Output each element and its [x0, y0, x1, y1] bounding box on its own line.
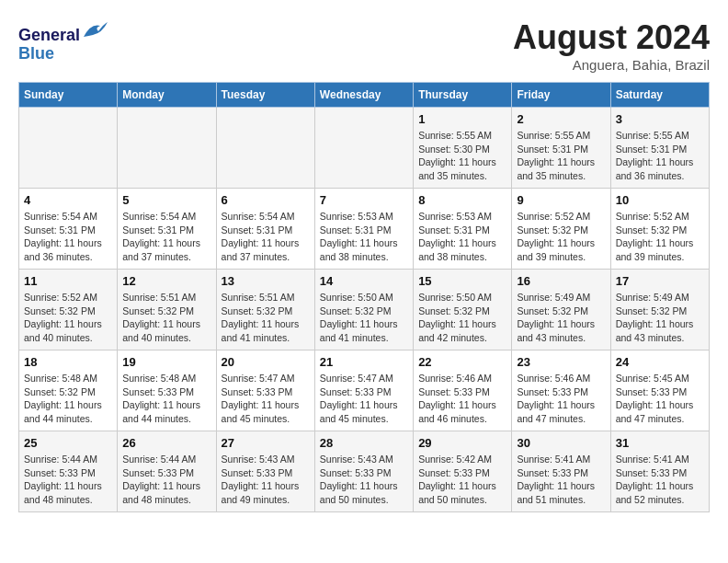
day-number: 21 [320, 355, 408, 369]
calendar-cell: 28Sunrise: 5:43 AM Sunset: 5:33 PM Dayli… [314, 431, 413, 512]
calendar-cell: 6Sunrise: 5:54 AM Sunset: 5:31 PM Daylig… [216, 189, 314, 270]
day-number: 23 [517, 355, 605, 369]
calendar-cell: 4Sunrise: 5:54 AM Sunset: 5:31 PM Daylig… [19, 189, 118, 270]
calendar-cell: 17Sunrise: 5:49 AM Sunset: 5:32 PM Dayli… [610, 270, 709, 350]
day-info: Sunrise: 5:54 AM Sunset: 5:31 PM Dayligh… [24, 210, 112, 264]
weekday-header: Thursday [414, 83, 512, 108]
logo-bird-icon [82, 18, 109, 40]
weekday-header: Wednesday [314, 83, 413, 108]
day-info: Sunrise: 5:54 AM Sunset: 5:31 PM Dayligh… [222, 210, 310, 264]
day-info: Sunrise: 5:52 AM Sunset: 5:32 PM Dayligh… [616, 210, 704, 264]
day-number: 9 [517, 193, 605, 207]
day-info: Sunrise: 5:44 AM Sunset: 5:33 PM Dayligh… [122, 453, 210, 507]
location-subtitle: Anguera, Bahia, Brazil [513, 57, 710, 73]
calendar-week-row: 1Sunrise: 5:55 AM Sunset: 5:30 PM Daylig… [19, 108, 710, 189]
day-number: 13 [222, 274, 310, 288]
title-block: August 2024 Anguera, Bahia, Brazil [513, 18, 710, 73]
day-info: Sunrise: 5:46 AM Sunset: 5:33 PM Dayligh… [418, 372, 506, 426]
day-info: Sunrise: 5:53 AM Sunset: 5:31 PM Dayligh… [320, 210, 408, 264]
day-number: 5 [122, 193, 210, 207]
calendar-header: SundayMondayTuesdayWednesdayThursdayFrid… [19, 83, 710, 108]
day-number: 20 [222, 355, 310, 369]
calendar-cell: 12Sunrise: 5:51 AM Sunset: 5:32 PM Dayli… [118, 270, 216, 350]
day-number: 16 [517, 274, 605, 288]
calendar-cell: 26Sunrise: 5:44 AM Sunset: 5:33 PM Dayli… [118, 431, 216, 512]
calendar-cell: 9Sunrise: 5:52 AM Sunset: 5:32 PM Daylig… [512, 189, 610, 270]
day-info: Sunrise: 5:44 AM Sunset: 5:33 PM Dayligh… [24, 453, 112, 507]
calendar-cell [19, 108, 118, 189]
day-info: Sunrise: 5:43 AM Sunset: 5:33 PM Dayligh… [222, 453, 310, 507]
day-number: 8 [418, 193, 506, 207]
day-number: 2 [517, 112, 605, 126]
day-number: 6 [222, 193, 310, 207]
day-number: 22 [418, 355, 506, 369]
logo-text: General Blue [18, 18, 109, 63]
day-info: Sunrise: 5:54 AM Sunset: 5:31 PM Dayligh… [122, 210, 210, 264]
day-info: Sunrise: 5:55 AM Sunset: 5:31 PM Dayligh… [616, 129, 704, 183]
weekday-header: Monday [118, 83, 216, 108]
day-number: 28 [320, 436, 408, 450]
day-info: Sunrise: 5:55 AM Sunset: 5:30 PM Dayligh… [418, 129, 506, 183]
calendar-cell: 2Sunrise: 5:55 AM Sunset: 5:31 PM Daylig… [512, 108, 610, 189]
day-number: 17 [616, 274, 704, 288]
day-info: Sunrise: 5:48 AM Sunset: 5:32 PM Dayligh… [24, 372, 112, 426]
calendar-cell: 1Sunrise: 5:55 AM Sunset: 5:30 PM Daylig… [414, 108, 512, 189]
calendar-table: SundayMondayTuesdayWednesdayThursdayFrid… [18, 82, 710, 512]
calendar-cell: 3Sunrise: 5:55 AM Sunset: 5:31 PM Daylig… [610, 108, 709, 189]
day-number: 3 [616, 112, 704, 126]
day-info: Sunrise: 5:50 AM Sunset: 5:32 PM Dayligh… [418, 291, 506, 345]
day-info: Sunrise: 5:52 AM Sunset: 5:32 PM Dayligh… [24, 291, 112, 345]
day-info: Sunrise: 5:41 AM Sunset: 5:33 PM Dayligh… [517, 453, 605, 507]
calendar-cell: 29Sunrise: 5:42 AM Sunset: 5:33 PM Dayli… [414, 431, 512, 512]
calendar-week-row: 11Sunrise: 5:52 AM Sunset: 5:32 PM Dayli… [19, 270, 710, 350]
day-info: Sunrise: 5:53 AM Sunset: 5:31 PM Dayligh… [418, 210, 506, 264]
day-info: Sunrise: 5:51 AM Sunset: 5:32 PM Dayligh… [122, 291, 210, 345]
calendar-cell [216, 108, 314, 189]
day-info: Sunrise: 5:45 AM Sunset: 5:33 PM Dayligh… [616, 372, 704, 426]
weekday-header: Friday [512, 83, 610, 108]
day-info: Sunrise: 5:55 AM Sunset: 5:31 PM Dayligh… [517, 129, 605, 183]
calendar-cell: 31Sunrise: 5:41 AM Sunset: 5:33 PM Dayli… [610, 431, 709, 512]
day-number: 11 [24, 274, 112, 288]
calendar-cell [314, 108, 413, 189]
day-number: 25 [24, 436, 112, 450]
day-number: 12 [122, 274, 210, 288]
day-number: 18 [24, 355, 112, 369]
calendar-cell: 21Sunrise: 5:47 AM Sunset: 5:33 PM Dayli… [314, 350, 413, 431]
page-header: General Blue August 2024 Anguera, Bahia,… [18, 18, 710, 73]
weekday-header: Sunday [19, 83, 118, 108]
calendar-cell: 24Sunrise: 5:45 AM Sunset: 5:33 PM Dayli… [610, 350, 709, 431]
weekday-header: Tuesday [216, 83, 314, 108]
calendar-body: 1Sunrise: 5:55 AM Sunset: 5:30 PM Daylig… [19, 108, 710, 512]
calendar-cell: 27Sunrise: 5:43 AM Sunset: 5:33 PM Dayli… [216, 431, 314, 512]
calendar-cell [118, 108, 216, 189]
calendar-week-row: 25Sunrise: 5:44 AM Sunset: 5:33 PM Dayli… [19, 431, 710, 512]
calendar-cell: 20Sunrise: 5:47 AM Sunset: 5:33 PM Dayli… [216, 350, 314, 431]
day-info: Sunrise: 5:46 AM Sunset: 5:33 PM Dayligh… [517, 372, 605, 426]
day-info: Sunrise: 5:42 AM Sunset: 5:33 PM Dayligh… [418, 453, 506, 507]
logo: General Blue [18, 18, 109, 63]
calendar-cell: 7Sunrise: 5:53 AM Sunset: 5:31 PM Daylig… [314, 189, 413, 270]
calendar-cell: 23Sunrise: 5:46 AM Sunset: 5:33 PM Dayli… [512, 350, 610, 431]
day-number: 27 [222, 436, 310, 450]
day-info: Sunrise: 5:51 AM Sunset: 5:32 PM Dayligh… [222, 291, 310, 345]
day-number: 19 [122, 355, 210, 369]
calendar-cell: 11Sunrise: 5:52 AM Sunset: 5:32 PM Dayli… [19, 270, 118, 350]
calendar-cell: 19Sunrise: 5:48 AM Sunset: 5:33 PM Dayli… [118, 350, 216, 431]
day-info: Sunrise: 5:41 AM Sunset: 5:33 PM Dayligh… [616, 453, 704, 507]
day-number: 26 [122, 436, 210, 450]
calendar-cell: 30Sunrise: 5:41 AM Sunset: 5:33 PM Dayli… [512, 431, 610, 512]
calendar-cell: 16Sunrise: 5:49 AM Sunset: 5:32 PM Dayli… [512, 270, 610, 350]
calendar-cell: 13Sunrise: 5:51 AM Sunset: 5:32 PM Dayli… [216, 270, 314, 350]
calendar-cell: 18Sunrise: 5:48 AM Sunset: 5:32 PM Dayli… [19, 350, 118, 431]
calendar-cell: 25Sunrise: 5:44 AM Sunset: 5:33 PM Dayli… [19, 431, 118, 512]
calendar-cell: 22Sunrise: 5:46 AM Sunset: 5:33 PM Dayli… [414, 350, 512, 431]
weekday-row: SundayMondayTuesdayWednesdayThursdayFrid… [19, 83, 710, 108]
day-info: Sunrise: 5:52 AM Sunset: 5:32 PM Dayligh… [517, 210, 605, 264]
weekday-header: Saturday [610, 83, 709, 108]
day-number: 15 [418, 274, 506, 288]
day-number: 10 [616, 193, 704, 207]
day-number: 14 [320, 274, 408, 288]
calendar-cell: 5Sunrise: 5:54 AM Sunset: 5:31 PM Daylig… [118, 189, 216, 270]
day-number: 24 [616, 355, 704, 369]
